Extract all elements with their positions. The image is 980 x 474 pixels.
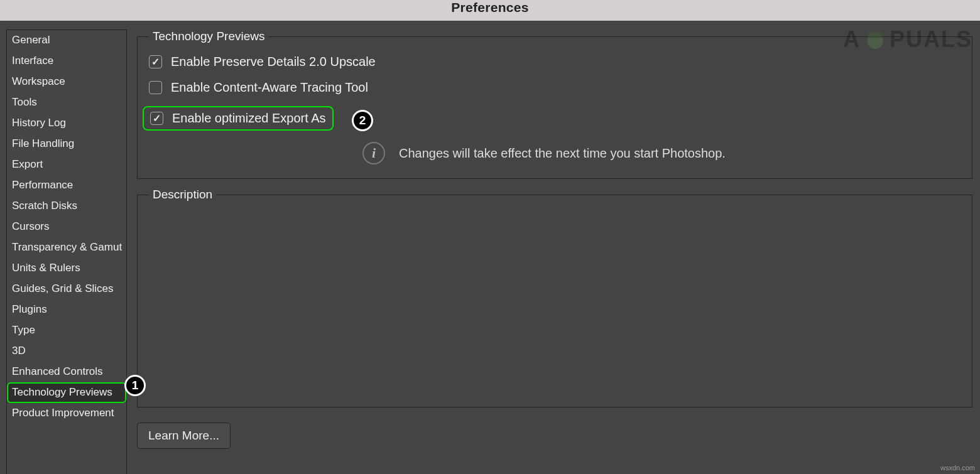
window-title: Preferences [0, 0, 980, 21]
learn-more-button[interactable]: Learn More... [137, 423, 231, 449]
description-legend: Description [149, 188, 216, 202]
sidebar-item-enhanced-controls[interactable]: Enhanced Controls [7, 362, 126, 382]
sidebar-item-tools[interactable]: Tools [7, 92, 126, 113]
sidebar-item-history-log[interactable]: History Log [7, 113, 126, 134]
annotation-callout-1: 1 [124, 375, 146, 396]
sidebar-item-cursors[interactable]: Cursors [7, 217, 126, 237]
option-label: Enable Preserve Details 2.0 Upscale [171, 55, 376, 69]
option-optimized-export-as[interactable]: Enable optimized Export As [143, 106, 334, 131]
option-label: Enable Content-Aware Tracing Tool [171, 80, 368, 95]
sidebar-item-scratch-disks[interactable]: Scratch Disks [7, 196, 126, 217]
checkbox-icon[interactable] [150, 112, 163, 125]
sidebar-item-plugins[interactable]: Plugins [7, 299, 126, 320]
sidebar-item-workspace[interactable]: Workspace [7, 72, 126, 92]
sidebar-item-export[interactable]: Export [7, 154, 126, 175]
sidebar-item-file-handling[interactable]: File Handling [7, 134, 126, 154]
technology-previews-group: Technology Previews Enable Preserve Deta… [137, 30, 972, 179]
preferences-sidebar: General Interface Workspace Tools Histor… [6, 30, 127, 474]
sidebar-item-technology-previews[interactable]: Technology Previews [7, 382, 126, 403]
info-row: i Changes will take effect the next time… [149, 142, 961, 164]
preferences-content: Technology Previews Enable Preserve Deta… [127, 21, 980, 474]
sidebar-item-performance[interactable]: Performance [7, 175, 126, 196]
checkbox-icon[interactable] [149, 55, 162, 68]
sidebar-item-transparency-gamut[interactable]: Transparency & Gamut [7, 237, 126, 258]
preferences-body: General Interface Workspace Tools Histor… [0, 21, 980, 474]
annotation-callout-2: 2 [352, 110, 373, 131]
checkbox-icon[interactable] [149, 81, 162, 94]
source-label: wsxdn.com [940, 464, 975, 471]
technology-previews-legend: Technology Previews [149, 30, 268, 43]
description-group: Description [137, 188, 972, 407]
sidebar-item-units-rulers[interactable]: Units & Rulers [7, 258, 126, 279]
option-content-aware-tracing[interactable]: Enable Content-Aware Tracing Tool [149, 80, 961, 95]
sidebar-item-product-improvement[interactable]: Product Improvement [7, 403, 126, 424]
sidebar-item-interface[interactable]: Interface [7, 51, 126, 72]
sidebar-item-general[interactable]: General [7, 30, 126, 51]
info-icon: i [362, 142, 385, 164]
sidebar-item-3d[interactable]: 3D [7, 341, 126, 362]
info-text: Changes will take effect the next time y… [399, 146, 726, 161]
option-label: Enable optimized Export As [172, 111, 326, 126]
option-preserve-details[interactable]: Enable Preserve Details 2.0 Upscale [149, 55, 961, 69]
sidebar-item-type[interactable]: Type [7, 320, 126, 341]
sidebar-item-guides-grid-slices[interactable]: Guides, Grid & Slices [7, 279, 126, 299]
